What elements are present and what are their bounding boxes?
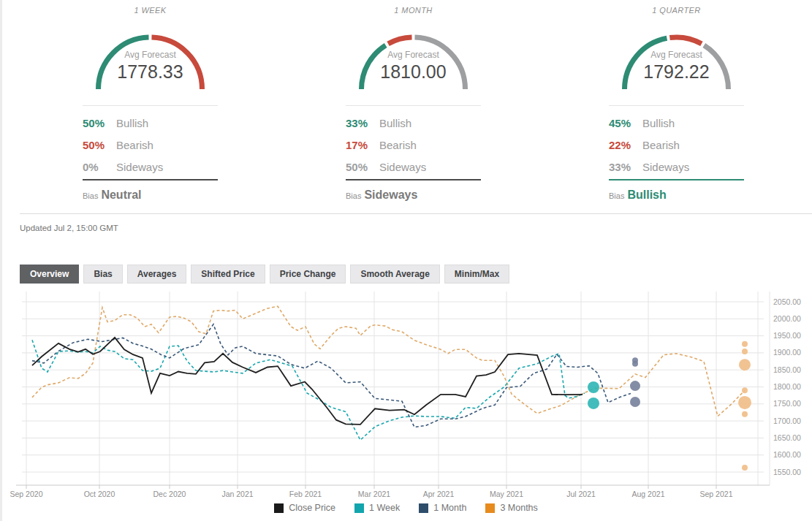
svg-text:Dec 2020: Dec 2020 (153, 490, 186, 498)
avg-forecast-value: 1778.33 (83, 61, 218, 83)
legend-3-months[interactable]: 3 Months (485, 503, 537, 513)
panel-title-1week: 1 WEEK (83, 6, 218, 15)
chart-tabs: Overview Bias Averages Shifted Price Pri… (20, 265, 812, 284)
legend-label: 1 Week (369, 503, 400, 513)
sideways-pct: 33% (609, 161, 642, 173)
bias-row: BiasBullish (609, 189, 744, 202)
bias-label: Bias (346, 191, 361, 200)
tab-overview[interactable]: Overview (20, 265, 79, 284)
bearish-label: Bearish (379, 139, 417, 151)
tab-averages[interactable]: Averages (127, 265, 187, 284)
forecast-chart: 2050.002000.001950.001900.001850.001800.… (0, 288, 812, 513)
sideways-pct: 50% (346, 161, 379, 173)
svg-text:Sep 2021: Sep 2021 (700, 490, 733, 498)
svg-text:Sep 2020: Sep 2020 (10, 490, 43, 498)
tab-price-change[interactable]: Price Change (270, 265, 346, 284)
bullish-row: 50%Bullish (83, 112, 218, 134)
svg-text:Aug 2021: Aug 2021 (632, 490, 665, 498)
bullish-label: Bullish (116, 117, 148, 129)
gauge-1month: Avg Forecast 1810.00 (346, 22, 481, 95)
bullish-label: Bullish (379, 117, 411, 129)
gauge-1quarter: Avg Forecast 1792.22 (609, 22, 744, 95)
avg-forecast-value: 1810.00 (346, 61, 481, 83)
section-divider (20, 213, 812, 214)
panel-underline (609, 179, 744, 180)
legend-label: 3 Months (500, 503, 537, 513)
bearish-label: Bearish (116, 139, 153, 151)
one-week-swatch (354, 503, 364, 513)
panel-divider (609, 105, 744, 106)
panel-divider (346, 105, 481, 106)
svg-text:Oct 2020: Oct 2020 (84, 490, 115, 498)
svg-text:1700.00: 1700.00 (773, 417, 801, 425)
panel-title-1quarter: 1 QUARTER (609, 6, 744, 15)
sideways-label: Sideways (116, 161, 163, 173)
one-month-swatch (419, 503, 428, 513)
bias-row: BiasSideways (346, 189, 481, 202)
svg-text:1750.00: 1750.00 (773, 399, 801, 408)
bearish-pct: 17% (346, 139, 379, 151)
bearish-row: 22%Bearish (609, 134, 744, 156)
panel-underline (83, 179, 218, 180)
svg-text:1900.00: 1900.00 (773, 348, 801, 357)
svg-text:Apr 2021: Apr 2021 (423, 490, 455, 498)
forecast-panel-1month: 1 MONTH Avg Forecast 1810.00 33%Bullish … (346, 6, 481, 202)
bearish-pct: 22% (609, 139, 642, 151)
legend-1-month[interactable]: 1 Month (419, 503, 466, 513)
svg-text:Jul 2021: Jul 2021 (566, 490, 596, 498)
bias-label: Bias (609, 191, 624, 200)
svg-text:May 2021: May 2021 (490, 490, 523, 498)
close-price-swatch (274, 503, 284, 513)
gauge-1week: Avg Forecast 1778.33 (83, 22, 218, 95)
tab-smooth-average[interactable]: Smooth Average (350, 265, 439, 284)
svg-text:2000.00: 2000.00 (773, 314, 801, 323)
bias-label: Bias (83, 191, 98, 200)
avg-forecast-label: Avg Forecast (609, 50, 744, 60)
bullish-row: 45%Bullish (609, 112, 744, 134)
svg-text:Feb 2021: Feb 2021 (289, 490, 322, 498)
svg-text:1550.00: 1550.00 (773, 468, 801, 476)
svg-text:1950.00: 1950.00 (773, 331, 801, 340)
bullish-pct: 45% (609, 117, 642, 129)
bias-value: Neutral (101, 189, 141, 201)
svg-text:Mar 2021: Mar 2021 (358, 490, 391, 498)
bullish-label: Bullish (642, 117, 675, 129)
avg-forecast-label: Avg Forecast (346, 50, 481, 60)
avg-forecast-label: Avg Forecast (83, 50, 218, 60)
forecast-panel-1quarter: 1 QUARTER Avg Forecast 1792.22 45%Bullis… (609, 6, 744, 202)
bearish-pct: 50% (83, 139, 116, 151)
svg-text:1800.00: 1800.00 (773, 382, 801, 391)
price-forecast-chart[interactable]: 2050.002000.001950.001900.001850.001800.… (0, 288, 812, 507)
page-left-edge (0, 0, 2, 521)
bias-row: BiasNeutral (83, 189, 218, 202)
bearish-row: 17%Bearish (346, 134, 481, 156)
sideways-label: Sideways (642, 161, 689, 173)
svg-text:1600.00: 1600.00 (773, 450, 801, 459)
bias-value: Bullish (627, 189, 666, 201)
svg-text:Jan 2021: Jan 2021 (221, 490, 253, 498)
svg-text:1650.00: 1650.00 (773, 433, 801, 442)
tab-bias[interactable]: Bias (83, 265, 122, 284)
bullish-pct: 50% (83, 117, 116, 129)
avg-forecast-value: 1792.22 (609, 61, 744, 83)
tab-shifted-price[interactable]: Shifted Price (191, 265, 265, 284)
tab-minim-max[interactable]: Minim/Max (444, 265, 509, 284)
forecast-panels: 1 WEEK Avg Forecast 1778.33 50%Bullish 5… (0, 0, 812, 202)
three-months-swatch (485, 503, 495, 513)
sideways-row: 33%Sideways (609, 156, 744, 178)
forecast-panel-1week: 1 WEEK Avg Forecast 1778.33 50%Bullish 5… (83, 6, 218, 202)
legend-close-price[interactable]: Close Price (274, 503, 335, 513)
panel-title-1month: 1 MONTH (346, 6, 481, 15)
legend-label: Close Price (289, 503, 335, 513)
legend-1-week[interactable]: 1 Week (354, 503, 400, 513)
legend-label: 1 Month (433, 503, 466, 513)
bullish-row: 33%Bullish (346, 112, 481, 134)
bearish-label: Bearish (642, 139, 680, 151)
svg-text:1850.00: 1850.00 (773, 365, 801, 374)
bias-value: Sideways (364, 189, 417, 201)
sideways-pct: 0% (83, 161, 116, 173)
bullish-pct: 33% (346, 117, 379, 129)
sideways-label: Sideways (379, 161, 426, 173)
bearish-row: 50%Bearish (83, 134, 218, 156)
sideways-row: 0%Sideways (83, 156, 218, 178)
